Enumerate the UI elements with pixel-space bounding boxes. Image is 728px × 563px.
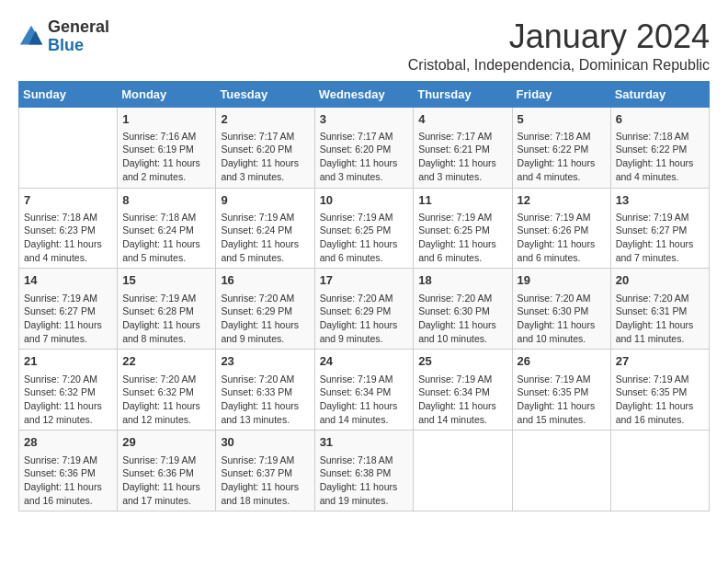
day-number: 27 [616, 353, 704, 370]
day-number: 30 [221, 434, 309, 451]
calendar-cell [19, 107, 118, 188]
calendar-cell: 31Sunrise: 7:18 AMSunset: 6:38 PMDayligh… [314, 431, 414, 511]
day-number: 20 [616, 272, 704, 289]
calendar-cell: 7Sunrise: 7:18 AMSunset: 6:23 PMDaylight… [19, 188, 118, 269]
weekday-thursday: Thursday [414, 81, 512, 107]
calendar-cell: 1Sunrise: 7:16 AMSunset: 6:19 PMDaylight… [118, 107, 216, 188]
weekday-tuesday: Tuesday [216, 81, 314, 107]
day-number: 18 [418, 272, 506, 289]
day-number: 9 [221, 192, 309, 209]
day-number: 6 [616, 111, 704, 128]
weekday-wednesday: Wednesday [314, 81, 414, 107]
day-info: Sunrise: 7:18 AMSunset: 6:22 PMDaylight:… [616, 130, 704, 184]
calendar-cell [610, 431, 709, 511]
day-number: 12 [518, 192, 606, 209]
title-area: January 2024 Cristobal, Independencia, D… [408, 18, 710, 74]
day-info: Sunrise: 7:20 AMSunset: 6:30 PMDaylight:… [518, 292, 606, 346]
day-number: 31 [320, 434, 409, 451]
calendar-cell: 29Sunrise: 7:19 AMSunset: 6:36 PMDayligh… [118, 431, 216, 511]
calendar-cell: 13Sunrise: 7:19 AMSunset: 6:27 PMDayligh… [610, 188, 709, 269]
logo-text: General Blue [48, 18, 109, 55]
day-info: Sunrise: 7:19 AMSunset: 6:37 PMDaylight:… [221, 454, 309, 508]
day-info: Sunrise: 7:17 AMSunset: 6:20 PMDaylight:… [221, 130, 309, 184]
day-number: 24 [320, 353, 409, 370]
week-row-1: 1Sunrise: 7:16 AMSunset: 6:19 PMDaylight… [19, 107, 710, 188]
calendar-cell: 9Sunrise: 7:19 AMSunset: 6:24 PMDaylight… [216, 188, 314, 269]
day-number: 28 [24, 434, 112, 451]
calendar-cell: 6Sunrise: 7:18 AMSunset: 6:22 PMDaylight… [610, 107, 709, 188]
calendar-cell: 20Sunrise: 7:20 AMSunset: 6:31 PMDayligh… [610, 269, 709, 350]
calendar-cell: 27Sunrise: 7:19 AMSunset: 6:35 PMDayligh… [610, 350, 709, 431]
weekday-friday: Friday [512, 81, 610, 107]
calendar-cell: 28Sunrise: 7:19 AMSunset: 6:36 PMDayligh… [19, 431, 118, 511]
day-number: 8 [122, 192, 210, 209]
day-info: Sunrise: 7:18 AMSunset: 6:23 PMDaylight:… [24, 211, 112, 265]
day-info: Sunrise: 7:19 AMSunset: 6:35 PMDaylight:… [518, 373, 606, 427]
week-row-2: 7Sunrise: 7:18 AMSunset: 6:23 PMDaylight… [19, 188, 710, 269]
week-row-3: 14Sunrise: 7:19 AMSunset: 6:27 PMDayligh… [19, 269, 710, 350]
day-info: Sunrise: 7:20 AMSunset: 6:33 PMDaylight:… [221, 373, 309, 427]
day-number: 29 [122, 434, 210, 451]
day-info: Sunrise: 7:18 AMSunset: 6:22 PMDaylight:… [518, 130, 606, 184]
day-info: Sunrise: 7:19 AMSunset: 6:35 PMDaylight:… [616, 373, 704, 427]
calendar-body: 1Sunrise: 7:16 AMSunset: 6:19 PMDaylight… [19, 107, 710, 511]
day-number: 2 [221, 111, 309, 128]
calendar-cell: 14Sunrise: 7:19 AMSunset: 6:27 PMDayligh… [19, 269, 118, 350]
calendar-cell: 3Sunrise: 7:17 AMSunset: 6:20 PMDaylight… [314, 107, 414, 188]
calendar-cell: 30Sunrise: 7:19 AMSunset: 6:37 PMDayligh… [216, 431, 314, 511]
day-number: 15 [122, 272, 210, 289]
day-info: Sunrise: 7:20 AMSunset: 6:32 PMDaylight:… [122, 373, 210, 427]
calendar-cell: 23Sunrise: 7:20 AMSunset: 6:33 PMDayligh… [216, 350, 314, 431]
week-row-4: 21Sunrise: 7:20 AMSunset: 6:32 PMDayligh… [19, 350, 710, 431]
calendar-cell: 21Sunrise: 7:20 AMSunset: 6:32 PMDayligh… [19, 350, 118, 431]
calendar-cell: 8Sunrise: 7:18 AMSunset: 6:24 PMDaylight… [118, 188, 216, 269]
location-title: Cristobal, Independencia, Dominican Repu… [408, 57, 710, 74]
day-number: 13 [616, 192, 704, 209]
day-info: Sunrise: 7:19 AMSunset: 6:26 PMDaylight:… [518, 211, 606, 265]
day-info: Sunrise: 7:19 AMSunset: 6:27 PMDaylight:… [24, 292, 112, 346]
day-info: Sunrise: 7:19 AMSunset: 6:25 PMDaylight:… [418, 211, 506, 265]
day-number: 22 [122, 353, 210, 370]
calendar-cell: 18Sunrise: 7:20 AMSunset: 6:30 PMDayligh… [414, 269, 512, 350]
day-number: 7 [24, 192, 112, 209]
calendar-cell: 15Sunrise: 7:19 AMSunset: 6:28 PMDayligh… [118, 269, 216, 350]
day-info: Sunrise: 7:20 AMSunset: 6:31 PMDaylight:… [616, 292, 704, 346]
day-info: Sunrise: 7:20 AMSunset: 6:29 PMDaylight:… [320, 292, 409, 346]
day-info: Sunrise: 7:17 AMSunset: 6:20 PMDaylight:… [320, 130, 409, 184]
day-number: 5 [518, 111, 606, 128]
weekday-monday: Monday [118, 81, 216, 107]
weekday-header-row: SundayMondayTuesdayWednesdayThursdayFrid… [19, 81, 710, 107]
day-info: Sunrise: 7:17 AMSunset: 6:21 PMDaylight:… [418, 130, 506, 184]
calendar-cell [512, 431, 610, 511]
week-row-5: 28Sunrise: 7:19 AMSunset: 6:36 PMDayligh… [19, 431, 710, 511]
header: General Blue January 2024 Cristobal, Ind… [18, 18, 710, 74]
day-info: Sunrise: 7:20 AMSunset: 6:29 PMDaylight:… [221, 292, 309, 346]
day-number: 19 [518, 272, 606, 289]
calendar-cell: 11Sunrise: 7:19 AMSunset: 6:25 PMDayligh… [414, 188, 512, 269]
day-number: 11 [418, 192, 506, 209]
day-number: 10 [320, 192, 409, 209]
day-info: Sunrise: 7:19 AMSunset: 6:36 PMDaylight:… [24, 454, 112, 508]
weekday-saturday: Saturday [610, 81, 709, 107]
day-number: 21 [24, 353, 112, 370]
day-number: 4 [418, 111, 506, 128]
calendar-cell: 16Sunrise: 7:20 AMSunset: 6:29 PMDayligh… [216, 269, 314, 350]
day-info: Sunrise: 7:20 AMSunset: 6:32 PMDaylight:… [24, 373, 112, 427]
day-info: Sunrise: 7:19 AMSunset: 6:34 PMDaylight:… [418, 373, 506, 427]
calendar-cell: 22Sunrise: 7:20 AMSunset: 6:32 PMDayligh… [118, 350, 216, 431]
day-info: Sunrise: 7:19 AMSunset: 6:36 PMDaylight:… [122, 454, 210, 508]
day-info: Sunrise: 7:20 AMSunset: 6:30 PMDaylight:… [418, 292, 506, 346]
day-number: 25 [418, 353, 506, 370]
day-info: Sunrise: 7:18 AMSunset: 6:24 PMDaylight:… [122, 211, 210, 265]
month-title: January 2024 [408, 18, 710, 55]
calendar-cell: 26Sunrise: 7:19 AMSunset: 6:35 PMDayligh… [512, 350, 610, 431]
logo-icon [18, 24, 44, 50]
day-info: Sunrise: 7:19 AMSunset: 6:27 PMDaylight:… [616, 211, 704, 265]
day-info: Sunrise: 7:19 AMSunset: 6:25 PMDaylight:… [320, 211, 409, 265]
calendar-cell: 19Sunrise: 7:20 AMSunset: 6:30 PMDayligh… [512, 269, 610, 350]
calendar-cell: 4Sunrise: 7:17 AMSunset: 6:21 PMDaylight… [414, 107, 512, 188]
calendar-cell: 25Sunrise: 7:19 AMSunset: 6:34 PMDayligh… [414, 350, 512, 431]
calendar-cell: 24Sunrise: 7:19 AMSunset: 6:34 PMDayligh… [314, 350, 414, 431]
day-info: Sunrise: 7:19 AMSunset: 6:28 PMDaylight:… [122, 292, 210, 346]
day-number: 1 [122, 111, 210, 128]
